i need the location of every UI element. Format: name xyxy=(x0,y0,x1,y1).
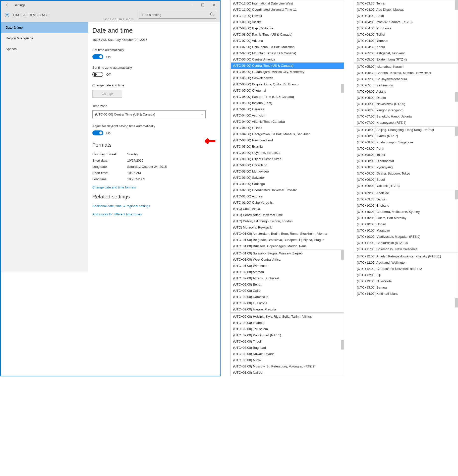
timezone-option[interactable]: (UTC+05:00) Ekaterinburg (RTZ 4) xyxy=(354,56,458,62)
timezone-option[interactable]: (UTC-03:00) Cayenne, Fortaleza xyxy=(231,150,344,156)
timezone-option[interactable]: (UTC+04:00) Abu Dhabi, Muscat xyxy=(354,6,458,13)
timezone-option[interactable]: (UTC-03:00) Salvador xyxy=(231,175,344,181)
add-clocks-link[interactable]: Add clocks for different time zones xyxy=(92,212,212,216)
timezone-option[interactable]: (UTC+01:00) Brussels, Copenhagen, Madrid… xyxy=(231,243,344,249)
timezone-option[interactable]: (UTC+02:00) Helsinki, Kyiv, Riga, Sofia,… xyxy=(231,313,344,320)
timezone-option[interactable]: (UTC+09:30) Darwin xyxy=(354,196,458,202)
timezone-option[interactable]: (UTC-03:30) Newfoundland xyxy=(231,137,344,143)
timezone-option[interactable]: (UTC+05:00) Ashgabat, Tashkent xyxy=(354,50,458,56)
scrollbar-thumb[interactable] xyxy=(455,92,458,102)
timezone-option[interactable]: (UTC+12:00) Auckland, Wellington xyxy=(354,259,458,266)
timezone-option[interactable]: (UTC-01:00) Azores xyxy=(231,193,344,199)
timezone-option[interactable]: (UTC+04:00) Izhevsk, Samara (RTZ 3) xyxy=(354,19,458,25)
timezone-option[interactable]: (UTC+04:00) Baku xyxy=(354,13,458,19)
timezone-option[interactable]: (UTC+11:00) Chokurdakh (RTZ 10) xyxy=(354,240,458,246)
back-button[interactable] xyxy=(4,2,10,8)
timezone-option[interactable]: (UTC+08:00) Ulaanbaatar xyxy=(354,158,458,164)
timezone-option[interactable]: (UTC+13:00) Samoa xyxy=(354,284,458,291)
timezone-option[interactable]: (UTC+08:00) Beijing, Chongqing, Hong Kon… xyxy=(354,127,458,133)
timezone-option[interactable]: (UTC+09:00) Osaka, Sapporo, Tokyo xyxy=(354,170,458,177)
timezone-dropdown-pane-1[interactable]: (UTC-12:00) International Date Line West… xyxy=(230,0,344,249)
timezone-option[interactable]: (UTC-04:00) Atlantic Time (Canada) xyxy=(231,119,344,125)
timezone-option[interactable]: (UTC-02:00) Coordinated Universal Time-0… xyxy=(231,187,344,193)
timezone-option[interactable]: (UTC+04:00) Port Louis xyxy=(354,25,458,31)
scrollbar-thumb[interactable] xyxy=(455,127,458,136)
timezone-option[interactable]: (UTC+10:00) Canberra, Melbourne, Sydney xyxy=(354,209,458,215)
timezone-option[interactable]: (UTC+06:00) Novosibirsk (RTZ 5) xyxy=(354,101,458,107)
timezone-option[interactable]: (UTC+08:00) Perth xyxy=(354,145,458,152)
timezone-option[interactable]: (UTC+01:00) Sarajevo, Skopje, Warsaw, Za… xyxy=(231,250,344,256)
sidebar-item-region-language[interactable]: Region & language xyxy=(1,33,88,44)
timezone-option[interactable]: (UTC+03:30) Tehran xyxy=(354,0,458,6)
timezone-option[interactable]: (UTC+10:00) Hobart xyxy=(354,221,458,227)
timezone-option[interactable]: (UTC-03:00) Greenland xyxy=(231,162,344,168)
maximize-button[interactable] xyxy=(197,1,208,9)
timezone-option[interactable]: (UTC+02:00) Damascus xyxy=(231,294,344,300)
timezone-option[interactable]: (UTC+09:30) Adelaide xyxy=(354,190,458,196)
timezone-option[interactable]: (UTC+08:30) Pyongyang xyxy=(354,164,458,170)
close-button[interactable] xyxy=(208,1,220,9)
timezone-dropdown-pane-2[interactable]: (UTC+01:00) Sarajevo, Skopje, Warsaw, Za… xyxy=(230,250,344,313)
timezone-dropdown-pane-4[interactable]: (UTC+03:30) Tehran(UTC+04:00) Abu Dhabi,… xyxy=(354,0,458,63)
timezone-option[interactable]: (UTC+03:00) Nairobi xyxy=(231,369,344,376)
scrollbar-thumb[interactable] xyxy=(341,340,344,350)
timezone-option[interactable]: (UTC+02:00) Tripoli xyxy=(231,338,344,345)
timezone-option[interactable]: (UTC+05:00) Islamabad, Karachi xyxy=(354,63,458,70)
timezone-option[interactable]: (UTC+01:00) West Central Africa xyxy=(231,256,344,263)
timezone-option[interactable]: (UTC-04:00) Georgetown, La Paz, Manaus, … xyxy=(231,131,344,137)
timezone-option[interactable]: (UTC+05:45) Kathmandu xyxy=(354,82,458,88)
timezone-option[interactable]: (UTC+07:00) Krasnoyarsk (RTZ 6) xyxy=(354,119,458,126)
timezone-option[interactable]: (UTC+13:00) Nuku'alofa xyxy=(354,278,458,284)
timezone-option[interactable]: (UTC) Dublin, Edinburgh, Lisbon, London xyxy=(231,218,344,224)
timezone-option[interactable]: (UTC+01:00) Windhoek xyxy=(231,263,344,269)
timezone-option[interactable]: (UTC+02:00) Kaliningrad (RTZ 1) xyxy=(231,332,344,338)
auto-tz-toggle[interactable] xyxy=(92,72,103,77)
timezone-option[interactable]: (UTC+03:00) Minsk xyxy=(231,357,344,363)
timezone-option[interactable]: (UTC-06:00) Guadalajara, Mexico City, Mo… xyxy=(231,69,344,75)
timezone-option[interactable]: (UTC+10:00) Magadan xyxy=(354,227,458,234)
timezone-option[interactable]: (UTC+05:30) Sri Jayawardenepura xyxy=(354,76,458,82)
timezone-option[interactable]: (UTC-07:00) Chihuahua, La Paz, Mazatlan xyxy=(231,44,344,50)
timezone-option[interactable]: (UTC-03:00) Montevideo xyxy=(231,168,344,175)
timezone-option[interactable]: (UTC+02:00) Istanbul xyxy=(231,320,344,326)
timezone-option[interactable]: (UTC+02:00) Amman xyxy=(231,269,344,275)
timezone-option[interactable]: (UTC+04:30) Kabul xyxy=(354,44,458,50)
timezone-option[interactable]: (UTC+01:00) Belgrade, Bratislava, Budape… xyxy=(231,237,344,243)
timezone-dropdown-pane-8[interactable]: (UTC+12:00) Anadyr, Petropavlovsk-Kamcha… xyxy=(354,253,458,297)
timezone-option[interactable]: (UTC+12:00) Coordinated Universal Time+1… xyxy=(354,266,458,272)
scrollbar-thumb[interactable] xyxy=(341,84,344,93)
timezone-option[interactable]: (UTC-05:00) Indiana (East) xyxy=(231,100,344,106)
timezone-option[interactable]: (UTC+08:00) Taipei xyxy=(354,152,458,158)
timezone-option[interactable]: (UTC-08:00) Baja California xyxy=(231,25,344,31)
timezone-option[interactable]: (UTC-03:00) Santiago xyxy=(231,181,344,187)
search-input[interactable] xyxy=(139,11,216,19)
timezone-option[interactable]: (UTC+09:00) Seoul xyxy=(354,177,458,183)
timezone-option[interactable]: (UTC) Coordinated Universal Time xyxy=(231,212,344,218)
timezone-option[interactable]: (UTC-06:00) Central Time (US & Canada) xyxy=(231,62,344,69)
auto-time-toggle[interactable] xyxy=(92,54,103,59)
timezone-option[interactable]: (UTC-05:00) Bogota, Lima, Quito, Rio Bra… xyxy=(231,81,344,87)
timezone-option[interactable]: (UTC+02:00) Athens, Bucharest xyxy=(231,275,344,281)
scrollbar-thumb[interactable] xyxy=(455,298,458,307)
timezone-dropdown-pane-5[interactable]: (UTC+05:00) Islamabad, Karachi(UTC+05:30… xyxy=(354,63,458,126)
timezone-option[interactable]: (UTC+14:00) Kiritimati Island xyxy=(354,291,458,297)
dst-toggle[interactable] xyxy=(92,130,103,135)
timezone-option[interactable]: (UTC-03:00) Brasilia xyxy=(231,143,344,150)
timezone-option[interactable]: (UTC+05:30) Chennai, Kolkata, Mumbai, Ne… xyxy=(354,70,458,76)
sidebar-item-date-time[interactable]: Date & time xyxy=(1,22,88,33)
timezone-option[interactable]: (UTC-04:30) Caracas xyxy=(231,106,344,112)
timezone-option[interactable]: (UTC+10:00) Brisbane xyxy=(354,202,458,209)
timezone-select[interactable]: (UTC-06:00) Central Time (US & Canada) ⌵ xyxy=(92,110,206,118)
timezone-option[interactable]: (UTC+02:00) Cairo xyxy=(231,288,344,294)
change-formats-link[interactable]: Change date and time formats xyxy=(92,185,212,189)
timezone-dropdown-pane-6[interactable]: (UTC+08:00) Beijing, Chongqing, Hong Kon… xyxy=(354,126,458,189)
timezone-option[interactable]: (UTC-11:00) Coordinated Universal Time-1… xyxy=(231,6,344,13)
timezone-option[interactable]: (UTC-06:00) Saskatchewan xyxy=(231,75,344,81)
timezone-option[interactable]: (UTC+02:00) Harare, Pretoria xyxy=(231,306,344,312)
timezone-option[interactable]: (UTC+12:00) Fiji xyxy=(354,272,458,278)
timezone-option[interactable]: (UTC+06:00) Astana xyxy=(354,88,458,95)
timezone-option[interactable]: (UTC+11:00) Solomon Is., New Caledonia xyxy=(354,246,458,252)
timezone-option[interactable]: (UTC-05:00) Eastern Time (US & Canada) xyxy=(231,94,344,100)
timezone-option[interactable]: (UTC+01:00) Amsterdam, Berlin, Bern, Rom… xyxy=(231,231,344,237)
timezone-option[interactable]: (UTC-07:00) Arizona xyxy=(231,38,344,44)
